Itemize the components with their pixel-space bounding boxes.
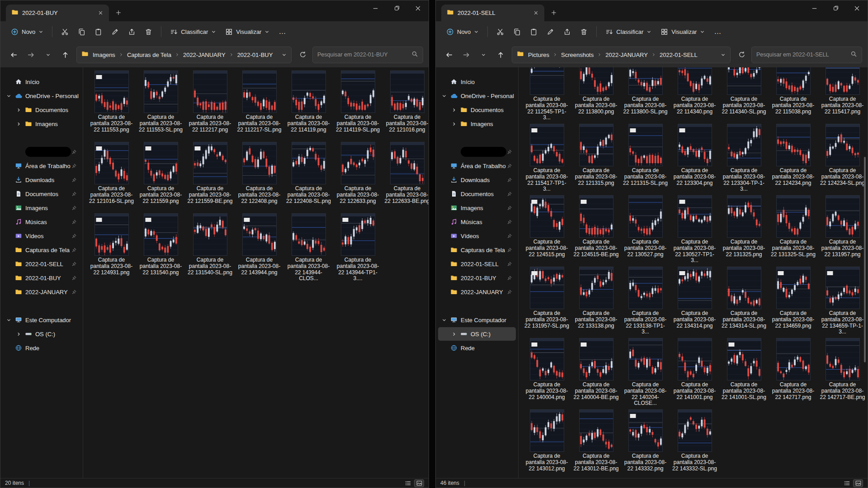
close-button[interactable] (846, 0, 868, 16)
thumbnail-view-icon[interactable] (414, 479, 424, 487)
file-item[interactable]: Captura de pantalla 2023-08-22 143944.pn… (235, 213, 284, 282)
view-button[interactable]: Visualizar (221, 24, 274, 39)
file-item[interactable]: Captura de pantalla 2023-08-22 121315.pn… (571, 123, 621, 193)
file-item[interactable]: Captura de pantalla 2023-08-22 115417.pn… (818, 67, 867, 122)
file-item[interactable]: Captura de pantalla 2023-08-22 124234-SL… (818, 123, 867, 193)
file-item[interactable]: Captura de pantalla 2023-08-22 121016.pn… (382, 70, 429, 140)
file-item[interactable]: Captura de pantalla 2023-08-22 143332.pn… (621, 409, 670, 478)
forward-button[interactable] (23, 47, 38, 62)
file-item[interactable]: Captura de pantalla 2023-08-22 115038.pn… (769, 67, 818, 122)
file-item[interactable]: Captura de pantalla 2023-08-22 124515.pn… (522, 195, 571, 264)
file-item[interactable]: Captura de pantalla 2023-08-22 114340.pn… (670, 67, 719, 122)
breadcrumb-item[interactable]: Pictures (525, 50, 552, 60)
maximize-button[interactable] (825, 0, 846, 16)
sidebar-item-imagens[interactable]: Imagens (438, 117, 516, 131)
new-tab-button[interactable] (112, 6, 125, 19)
sidebar-item-rede[interactable]: Rede (438, 341, 516, 355)
up-button[interactable] (57, 47, 73, 62)
chevron-down-icon[interactable] (439, 94, 449, 99)
file-item[interactable]: Captura de pantalla 2023-08-22 131540.pn… (136, 213, 185, 282)
sidebar-item-este-computador[interactable]: Este Computador (3, 313, 80, 327)
file-item[interactable]: Captura de pantalla 2023-08-22 131957-SL… (522, 266, 571, 336)
file-item[interactable]: Captura de pantalla 2023-08-22 143944-TP… (333, 213, 382, 282)
sidebar-item-m-sicas[interactable]: Músicas (438, 215, 516, 229)
file-item[interactable]: Captura de pantalla 2023-08-22 111553.pn… (87, 70, 136, 140)
file-item[interactable]: Captura de pantalla 2023-08-22 113800-SL… (621, 67, 670, 122)
file-item[interactable]: Captura de pantalla 2023-08-22 130527-TP… (670, 195, 719, 264)
file-item[interactable]: Captura de pantalla 2023-08-22 143012-BE… (571, 409, 621, 478)
search-input[interactable] (317, 52, 409, 58)
file-item[interactable]: Captura de pantalla 2023-08-22 131540-SL… (185, 213, 235, 282)
file-item[interactable]: Captura de pantalla 2023-08-22 122633-BE… (382, 141, 429, 211)
file-item[interactable]: Captura de pantalla 2023-08-22 113800.pn… (571, 67, 621, 122)
file-item[interactable]: Captura de pantalla 2023-08-22 121016-SL… (87, 141, 136, 211)
forward-button[interactable] (458, 47, 474, 62)
chevron-right-icon[interactable] (449, 122, 459, 127)
sort-button[interactable]: Classificar (166, 24, 220, 39)
breadcrumb-item[interactable]: 2022-JANUARY (180, 50, 229, 60)
file-item[interactable]: Captura de pantalla 2023-08-22 140004.pn… (522, 338, 571, 407)
delete-button[interactable] (141, 24, 156, 39)
tab-2022-01-sell[interactable]: 2022-01-SELL (441, 5, 544, 21)
close-button[interactable] (407, 0, 429, 16)
file-item[interactable]: Captura de pantalla 2023-08-22 142717-BE… (818, 338, 867, 407)
recent-locations-button[interactable] (476, 47, 491, 62)
share-button[interactable] (124, 24, 140, 39)
sidebar-item-in-cio[interactable]: Início (438, 75, 516, 89)
breadcrumb-item[interactable]: 2022-JANUARY (602, 50, 651, 60)
sidebar-item-v-deos[interactable]: Vídeos (438, 229, 516, 243)
file-item[interactable]: Captura de pantalla 2023-08-22 121315-SL… (621, 123, 670, 193)
file-item[interactable]: Captura de pantalla 2023-08-22 134314-SL… (719, 266, 769, 336)
copy-button[interactable] (509, 24, 525, 39)
file-item[interactable]: Captura de pantalla 2023-08-22 114340-SL… (719, 67, 769, 122)
new-tab-button[interactable] (547, 6, 561, 19)
cut-button[interactable] (57, 24, 73, 39)
sidebar-item-downloads[interactable]: Downloads (3, 173, 80, 187)
file-item[interactable]: Captura de pantalla 2023-08-22 131325-SL… (769, 195, 818, 264)
file-item[interactable]: Captura de pantalla 2023-08-22 114119.pn… (284, 70, 333, 140)
refresh-button[interactable] (295, 47, 311, 62)
sidebar-item-este-computador[interactable]: Este Computador (438, 313, 516, 327)
file-item[interactable]: Captura de pantalla 2023-08-22 122408-SL… (284, 141, 333, 211)
file-item[interactable]: Captura de pantalla 2023-08-22 124515-BE… (571, 195, 621, 264)
maximize-button[interactable] (386, 0, 407, 16)
sidebar-item-2022-01-sell[interactable]: 2022-01-SELL (3, 257, 80, 271)
file-item[interactable]: Captura de pantalla 2023-08-22 112217.pn… (185, 70, 235, 140)
new-button[interactable]: Novo (442, 24, 483, 39)
copy-button[interactable] (74, 24, 90, 39)
rename-button[interactable] (107, 24, 123, 39)
refresh-button[interactable] (734, 47, 750, 62)
sidebar-item-os-c[interactable]: OS (C:) (3, 327, 80, 341)
sidebar-item-os-c[interactable]: OS (C:) (438, 327, 516, 341)
file-item[interactable]: Captura de pantalla 2023-08-22 143332-SL… (670, 409, 719, 478)
breadcrumb-item[interactable]: Screenshots (558, 50, 597, 60)
chevron-right-icon[interactable] (449, 332, 459, 337)
breadcrumb-item[interactable]: Capturas de Tela (124, 50, 175, 60)
file-item[interactable]: Captura de pantalla 2023-08-22 141001-SL… (719, 338, 769, 407)
sidebar-item-imagens[interactable]: Imagens (3, 117, 80, 131)
sidebar-item-2022-january[interactable]: 2022-JANUARY (3, 285, 80, 299)
back-button[interactable] (6, 47, 21, 62)
file-item[interactable]: Captura de pantalla 2023-08-22 141001.pn… (670, 338, 719, 407)
sidebar-item-v-deos[interactable]: Vídeos (3, 229, 80, 243)
sidebar-item-2022-01-buy[interactable]: 2022-01-BUY (438, 271, 516, 285)
file-item[interactable]: Captura de pantalla 2023-08-22 121559-BE… (185, 141, 235, 211)
sidebar-item-capturas-de-tela[interactable]: Capturas de Tela (438, 243, 516, 257)
search-input[interactable] (756, 52, 848, 58)
recent-locations-button[interactable] (40, 47, 56, 62)
up-button[interactable] (493, 47, 508, 62)
cut-button[interactable] (492, 24, 508, 39)
file-item[interactable]: Captura de pantalla 2023-08-22 122633.pn… (333, 141, 382, 211)
file-item[interactable]: Captura de pantalla 2023-08-22 124234.pn… (769, 123, 818, 193)
view-button[interactable]: Visualizar (656, 24, 709, 39)
sidebar-item-onedrive-personal[interactable]: OneDrive - Personal (438, 89, 516, 103)
file-item[interactable]: Captura de pantalla 2023-08-22 143012.pn… (522, 409, 571, 478)
sidebar-item-rede[interactable]: Rede (3, 341, 80, 355)
paste-button[interactable] (90, 24, 106, 39)
sort-button[interactable]: Classificar (601, 24, 656, 39)
sidebar-item-2022-01-buy[interactable]: 2022-01-BUY (3, 271, 80, 285)
sidebar-item-redacted[interactable] (438, 145, 516, 159)
breadcrumb-item[interactable]: 2022-01-BUY (234, 50, 276, 60)
scrollbar-thumb[interactable] (864, 157, 866, 362)
file-item[interactable]: Captura de pantalla 2023-08-22 134659.pn… (769, 266, 818, 336)
